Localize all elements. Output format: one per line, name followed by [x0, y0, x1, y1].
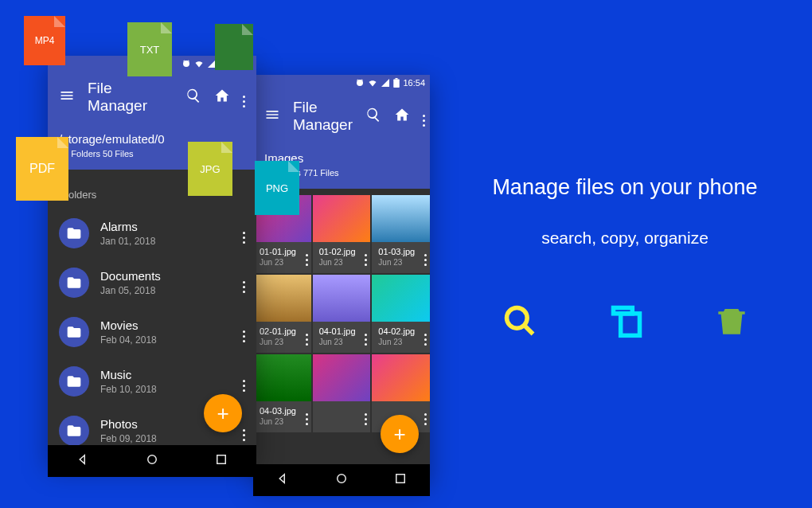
tile-overflow-icon[interactable]: [424, 245, 427, 266]
image-date: Jun 23: [260, 338, 305, 346]
home-icon[interactable]: [394, 107, 410, 126]
svg-point-6: [148, 455, 157, 464]
android-nav-bar: [48, 445, 256, 477]
nav-home-icon[interactable]: [334, 471, 349, 489]
fab-add-button[interactable]: +: [381, 415, 419, 453]
folder-icon: [59, 317, 89, 347]
alarm-icon: [182, 59, 191, 68]
row-overflow-icon[interactable]: [243, 223, 245, 244]
menu-icon[interactable]: [264, 107, 280, 126]
svg-rect-7: [217, 455, 226, 464]
image-tile[interactable]: 04-03.jpgJun 23: [253, 354, 311, 432]
tile-overflow-icon[interactable]: [365, 325, 367, 346]
folder-name: Music: [100, 368, 232, 381]
image-tile[interactable]: 04-01.jpgJun 23: [313, 275, 371, 353]
tile-overflow-icon[interactable]: [424, 404, 427, 425]
nav-home-icon[interactable]: [145, 452, 159, 470]
nav-back-icon[interactable]: [275, 471, 290, 489]
tile-overflow-icon[interactable]: [306, 325, 308, 346]
folder-name: Documents: [100, 269, 232, 283]
image-filename: 01-01.jpg: [260, 247, 305, 256]
image-thumbnail: [313, 275, 371, 322]
tile-overflow-icon[interactable]: [306, 245, 308, 266]
image-thumbnail: [372, 354, 430, 401]
image-tile[interactable]: 04-02.jpgJun 23: [372, 275, 430, 353]
battery-icon: [393, 78, 400, 88]
tile-overflow-icon[interactable]: [365, 245, 367, 266]
folder-date: Jan 01, 2018: [100, 236, 232, 247]
image-tile[interactable]: 02-01.jpgJun 23: [253, 275, 311, 353]
status-time: 16:54: [403, 78, 425, 88]
search-icon: [502, 303, 537, 342]
phone-screen-grid: 16:54 File Manager Images 0 Folders 771 …: [253, 75, 430, 483]
filetype-badge-png: PNG: [255, 161, 299, 215]
folder-row[interactable]: AlarmsJan 01, 2018: [48, 209, 256, 258]
image-filename: 04-03.jpg: [260, 406, 305, 416]
row-overflow-icon[interactable]: [243, 272, 245, 293]
image-filename: 04-02.jpg: [378, 326, 424, 336]
row-overflow-icon[interactable]: [243, 371, 245, 392]
row-overflow-icon[interactable]: [243, 420, 245, 441]
search-icon[interactable]: [365, 107, 381, 126]
overflow-icon[interactable]: [243, 87, 245, 107]
filetype-badge-xls: [215, 24, 253, 70]
menu-icon[interactable]: [59, 88, 75, 107]
image-tile[interactable]: 01-03.jpgJun 23: [372, 195, 430, 273]
image-date: Jun 23: [378, 258, 424, 267]
alarm-icon: [355, 78, 365, 88]
wifi-icon: [368, 78, 377, 88]
folder-icon: [59, 416, 89, 445]
image-tile[interactable]: 01-02.jpgJun 23: [313, 195, 371, 273]
image-thumbnail: [253, 354, 311, 401]
folder-date: Jan 05, 2018: [100, 285, 232, 296]
copy-icon: [609, 303, 644, 342]
trash-icon: [716, 303, 748, 342]
phone-screen-list: 16:54 File Manager /storage/emulated/0 2…: [48, 56, 256, 463]
filetype-badge-mp4: MP4: [24, 16, 65, 65]
fab-add-button[interactable]: +: [204, 394, 242, 432]
folder-icon: [59, 268, 89, 298]
home-icon[interactable]: [214, 88, 230, 107]
svg-point-8: [507, 308, 528, 329]
folder-icon: [59, 218, 89, 248]
image-date: Jun 23: [319, 338, 365, 346]
nav-recent-icon[interactable]: [214, 452, 228, 470]
image-date: Jun 23: [260, 258, 305, 267]
folder-name: Alarms: [100, 220, 232, 233]
svg-rect-1: [396, 78, 398, 80]
image-thumbnail: [313, 354, 371, 401]
android-nav-bar: [253, 464, 430, 496]
signal-icon: [381, 78, 390, 88]
tile-overflow-icon[interactable]: [424, 325, 427, 346]
nav-recent-icon[interactable]: [393, 471, 408, 489]
marketing-panel: Manage files on your phone search, copy,…: [454, 175, 796, 342]
status-bar: 16:54: [253, 75, 430, 91]
svg-point-2: [338, 475, 346, 483]
marketing-subheadline: search, copy, organize: [454, 229, 796, 248]
image-filename: 01-02.jpg: [319, 247, 365, 256]
tile-overflow-icon[interactable]: [306, 404, 308, 425]
overflow-icon[interactable]: [423, 106, 425, 127]
folder-date: Feb 09, 2018: [100, 433, 232, 444]
folder-row[interactable]: MoviesFeb 04, 2018: [48, 307, 256, 357]
image-thumbnail: [372, 195, 430, 242]
image-date: Jun 23: [260, 417, 305, 426]
search-icon[interactable]: [185, 88, 201, 107]
folder-date: Feb 10, 2018: [100, 384, 232, 395]
filetype-badge-txt: TXT: [127, 22, 172, 76]
tile-overflow-icon[interactable]: [365, 404, 367, 425]
row-overflow-icon[interactable]: [243, 322, 245, 342]
svg-rect-3: [396, 475, 405, 483]
folder-icon: [59, 366, 89, 397]
svg-rect-11: [621, 314, 640, 336]
image-date: Jun 23: [319, 258, 365, 267]
image-filename: 02-01.jpg: [260, 326, 305, 336]
svg-line-9: [525, 326, 533, 334]
image-thumbnail: [253, 275, 311, 322]
image-tile[interactable]: [313, 354, 371, 432]
app-title: File Manager: [293, 99, 353, 134]
nav-back-icon[interactable]: [76, 452, 90, 470]
folder-name: Movies: [100, 318, 232, 332]
filetype-badge-pdf: PDF: [16, 137, 68, 201]
folder-row[interactable]: DocumentsJan 05, 2018: [48, 258, 256, 307]
